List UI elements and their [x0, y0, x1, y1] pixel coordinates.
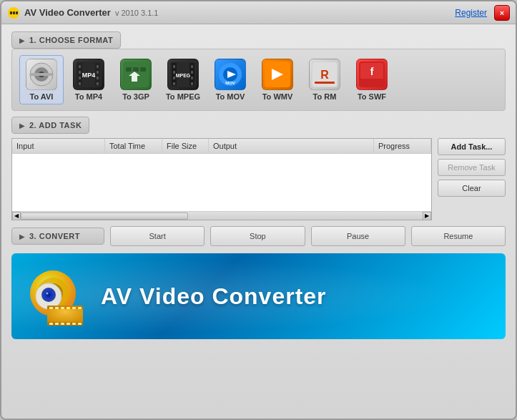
svg-rect-32	[191, 71, 193, 74]
stop-button[interactable]: Stop	[210, 226, 305, 246]
format-icons-container: To AVI	[11, 49, 506, 111]
remove-task-button[interactable]: Remove Task	[438, 159, 506, 176]
svg-text:f: f	[370, 66, 374, 77]
app-title: AV Video Converter	[24, 7, 111, 18]
svg-rect-62	[61, 307, 64, 309]
3gp-label: To 3GP	[122, 92, 149, 101]
svg-rect-60	[49, 307, 53, 309]
svg-rect-68	[61, 323, 64, 325]
svg-rect-61	[55, 307, 59, 309]
section3-header[interactable]: ▶ 3. CONVERT	[11, 228, 104, 245]
svg-text:R: R	[320, 69, 329, 81]
task-buttons: Add Task... Remove Task Clear	[438, 138, 506, 220]
main-window: AV Video Converter v 2010 3.1.1 Register…	[0, 0, 517, 420]
start-button[interactable]: Start	[110, 226, 205, 246]
format-mp4[interactable]: MP4 To MP4	[67, 56, 111, 104]
svg-rect-16	[97, 71, 99, 74]
svg-rect-63	[67, 307, 70, 309]
pause-button[interactable]: Pause	[311, 226, 405, 246]
section3-label: 3. CONVERT	[29, 232, 80, 240]
svg-rect-70	[72, 323, 76, 325]
avi-label: To AVI	[30, 92, 54, 101]
svg-rect-27	[173, 65, 175, 68]
svg-rect-3	[16, 11, 18, 14]
3gp-icon-box	[120, 59, 152, 90]
svg-rect-34	[191, 82, 193, 85]
format-mov[interactable]: MOV To MOV	[208, 56, 252, 104]
svg-rect-29	[173, 77, 175, 79]
add-task-button[interactable]: Add Task...	[438, 138, 506, 155]
scroll-left-arrow[interactable]: ◀	[12, 212, 21, 220]
svg-text:MOV: MOV	[225, 81, 235, 85]
svg-text:MP4: MP4	[82, 72, 96, 79]
svg-rect-65	[78, 307, 82, 309]
section2-header[interactable]: ▶ 2. ADD TASK	[11, 117, 89, 134]
svg-rect-44	[315, 82, 335, 84]
format-mpeg[interactable]: MPEG To MPEG	[161, 56, 205, 104]
svg-rect-1	[10, 11, 12, 14]
format-3gp[interactable]: To 3GP	[114, 56, 158, 104]
section1-label: 1. CHOOSE FORMAT	[29, 36, 113, 44]
register-link[interactable]: Register	[455, 8, 487, 18]
wmv-icon-box	[262, 59, 293, 90]
section3: ▶ 3. CONVERT Start Stop Pause Resume	[11, 226, 506, 246]
mpeg-icon-box: MPEG	[167, 59, 199, 90]
col-time: Total Time	[105, 139, 162, 153]
section2-arrow: ▶	[19, 122, 25, 130]
svg-point-55	[46, 292, 49, 294]
col-output: Output	[209, 139, 374, 153]
svg-rect-15	[97, 65, 99, 68]
mp4-label: To MP4	[75, 92, 102, 101]
content-area: ▶ 1. CHOOSE FORMAT To AVI	[1, 24, 516, 419]
svg-rect-12	[79, 71, 81, 74]
col-size: File Size	[162, 139, 209, 153]
clear-button[interactable]: Clear	[438, 180, 506, 197]
section2: ▶ 2. ADD TASK Input Total Time File Size…	[11, 117, 506, 220]
resume-button[interactable]: Resume	[411, 226, 506, 246]
svg-rect-33	[191, 77, 193, 79]
swf-label: To SWF	[358, 92, 386, 101]
svg-rect-7	[30, 73, 53, 76]
svg-rect-11	[79, 65, 81, 68]
banner-title: AV Video Converter	[101, 283, 327, 310]
format-avi[interactable]: To AVI	[19, 55, 64, 104]
format-rm[interactable]: R To RM	[302, 56, 347, 104]
task-scrollbar[interactable]: ◀ ▶	[12, 211, 431, 220]
svg-rect-2	[13, 11, 15, 14]
wmv-label: To WMV	[262, 92, 293, 101]
format-wmv[interactable]: To WMV	[255, 56, 300, 104]
scroll-thumb[interactable]	[21, 213, 188, 220]
svg-rect-71	[78, 323, 82, 325]
svg-rect-69	[67, 323, 70, 325]
svg-text:MPEG: MPEG	[176, 73, 191, 78]
col-progress: Progress	[374, 139, 431, 153]
svg-rect-22	[133, 67, 139, 72]
svg-rect-66	[49, 323, 53, 325]
section1: ▶ 1. CHOOSE FORMAT To AVI	[11, 31, 506, 111]
avi-icon-box	[26, 59, 57, 90]
mpeg-label: To MPEG	[166, 92, 200, 101]
rm-icon-box: R	[309, 59, 340, 90]
format-swf[interactable]: f To SWF	[350, 56, 394, 104]
svg-rect-18	[97, 82, 99, 85]
svg-rect-31	[191, 65, 193, 68]
title-bar: AV Video Converter v 2010 3.1.1 Register…	[1, 1, 516, 24]
svg-rect-17	[97, 77, 99, 79]
task-table-header: Input Total Time File Size Output Progre…	[12, 139, 431, 154]
svg-rect-13	[79, 77, 81, 79]
section3-arrow: ▶	[19, 233, 25, 240]
svg-rect-14	[79, 82, 81, 85]
section1-header[interactable]: ▶ 1. CHOOSE FORMAT	[11, 31, 121, 49]
banner: AV Video Converter	[11, 253, 506, 339]
svg-rect-30	[173, 82, 175, 85]
swf-icon-box: f	[356, 59, 388, 90]
svg-rect-67	[55, 323, 59, 325]
title-right: Register ×	[455, 5, 510, 21]
section1-arrow: ▶	[19, 36, 25, 44]
rm-label: To RM	[313, 92, 337, 101]
scroll-right-arrow[interactable]: ▶	[423, 212, 431, 220]
close-button[interactable]: ×	[494, 5, 510, 21]
svg-rect-23	[140, 67, 146, 72]
task-table-body	[12, 154, 431, 211]
svg-rect-21	[126, 67, 132, 72]
